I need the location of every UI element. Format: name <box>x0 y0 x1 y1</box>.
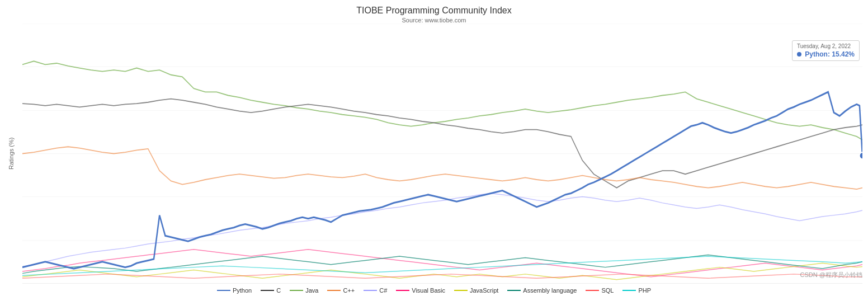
chart-plot: 0 5 10 15 20 25 30 2002 2004 2006 2008 2… <box>22 24 862 284</box>
tooltip-value: Python: 15.42% <box>797 50 855 58</box>
legend-line-vb <box>396 290 409 291</box>
legend-line-js <box>454 290 468 291</box>
legend-item-vb: Visual Basic <box>396 287 445 294</box>
legend-item-csharp: C# <box>364 287 387 294</box>
legend-label-python: Python <box>233 287 252 294</box>
legend-item-php: PHP <box>622 287 651 294</box>
legend-item-cpp: C++ <box>327 287 355 294</box>
legend-line-java <box>290 290 303 291</box>
tooltip-language: Python <box>805 50 828 58</box>
legend-label-csharp: C# <box>379 287 387 294</box>
legend-line-python <box>217 290 230 291</box>
svg-point-25 <box>860 152 862 159</box>
legend-item-assembly: Assembly language <box>507 287 577 294</box>
main-chart-svg: 0 5 10 15 20 25 30 2002 2004 2006 2008 2… <box>22 24 862 284</box>
legend-label-sql: SQL <box>601 287 614 294</box>
legend-label-cpp: C++ <box>343 287 355 294</box>
legend-line-php <box>622 290 636 291</box>
legend-label-java: Java <box>305 287 318 294</box>
tooltip-box: Tuesday, Aug 2, 2022 Python: 15.42% <box>792 40 860 61</box>
legend-label-c: C <box>276 287 281 294</box>
legend-item-js: JavaScript <box>454 287 498 294</box>
legend-line-csharp <box>364 290 377 291</box>
legend-item-python: Python <box>217 287 252 294</box>
legend: Python C Java C++ C# Visual Basic JavaSc… <box>0 284 868 296</box>
legend-line-sql <box>586 290 599 291</box>
legend-line-assembly <box>507 290 521 291</box>
legend-line-c <box>261 290 274 291</box>
legend-label-php: PHP <box>638 287 651 294</box>
chart-area: Ratings (%) 0 5 10 15 20 25 30 2 <box>0 24 868 284</box>
legend-item-java: Java <box>290 287 318 294</box>
legend-label-vb: Visual Basic <box>412 287 445 294</box>
legend-line-cpp <box>327 290 341 291</box>
chart-subtitle: Source: www.tiobe.com <box>402 17 466 24</box>
legend-label-assembly: Assembly language <box>523 287 577 294</box>
tooltip-dot <box>797 52 801 57</box>
watermark: CSDN @程序员小铃铛 <box>800 271 862 279</box>
tooltip-rating: 15.42% <box>832 50 855 58</box>
legend-item-sql: SQL <box>586 287 614 294</box>
y-axis-label: Ratings (%) <box>0 24 22 284</box>
chart-title: TIOBE Programming Community Index <box>356 6 511 16</box>
legend-label-js: JavaScript <box>470 287 498 294</box>
chart-container: TIOBE Programming Community Index Source… <box>0 0 868 296</box>
tooltip-date: Tuesday, Aug 2, 2022 <box>797 43 855 49</box>
legend-item-c: C <box>261 287 281 294</box>
